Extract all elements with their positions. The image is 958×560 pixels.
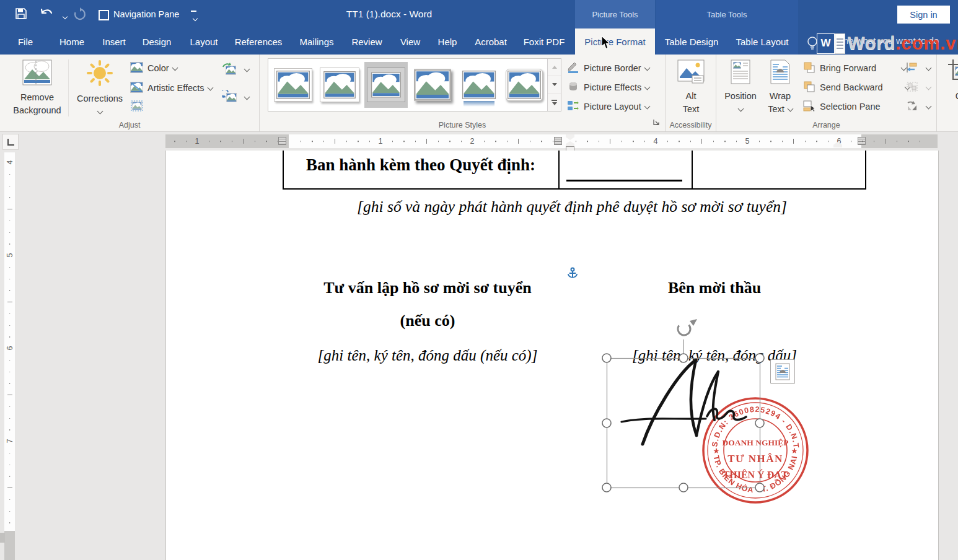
table-column-marker[interactable] bbox=[278, 137, 286, 145]
resize-handle-ne[interactable] bbox=[755, 354, 764, 362]
object-anchor-icon[interactable] bbox=[566, 267, 579, 283]
corrections-label: Corrections bbox=[77, 94, 123, 103]
bring-forward-button[interactable]: Bring Forward bbox=[803, 61, 906, 76]
resize-handle-nw[interactable] bbox=[602, 354, 611, 362]
artistic-effects-button[interactable]: Artistic Effects bbox=[130, 81, 213, 95]
picture-style-3-selected[interactable] bbox=[364, 62, 408, 108]
ruler-number: 2 bbox=[470, 137, 475, 146]
tab-acrobat[interactable]: Acrobat bbox=[475, 28, 507, 55]
table-column-marker[interactable] bbox=[554, 137, 562, 145]
gallery-scroll-up-icon[interactable] bbox=[548, 59, 561, 76]
rotate-handle[interactable] bbox=[675, 319, 697, 338]
undo-dropdown-icon[interactable] bbox=[59, 11, 67, 22]
picture-style-2[interactable] bbox=[318, 62, 361, 108]
gallery-scroll-down-icon[interactable] bbox=[548, 76, 561, 94]
tab-mailings[interactable]: Mailings bbox=[299, 28, 333, 55]
group-picture-styles: Picture Border Picture Effects Picture L… bbox=[260, 55, 666, 131]
ribbon: Remove Background Corrections Color Arti… bbox=[0, 55, 958, 132]
tab-picture-format[interactable]: Picture Format bbox=[575, 28, 655, 55]
group-objects-button[interactable] bbox=[906, 80, 931, 95]
save-icon[interactable] bbox=[15, 7, 27, 22]
selection-pane-button[interactable]: Selection Pane bbox=[803, 99, 881, 114]
vertical-ruler[interactable]: 4 5 6 7 bbox=[4, 152, 15, 560]
document-title: TT1 (1).docx - Word bbox=[346, 9, 432, 20]
reset-picture-button[interactable] bbox=[222, 90, 249, 105]
picture-layout-button[interactable]: Picture Layout bbox=[567, 99, 649, 114]
color-button[interactable]: Color bbox=[130, 61, 177, 76]
vertical-margin-handle[interactable] bbox=[0, 533, 5, 543]
table-heading-text[interactable]: Ban hành kèm theo Quyết định: bbox=[283, 155, 559, 175]
layout-options-button[interactable] bbox=[770, 359, 795, 384]
wrap-text-label-2: Text bbox=[768, 104, 784, 114]
position-button[interactable]: Position bbox=[721, 57, 760, 116]
wrap-text-button[interactable]: Wrap Text bbox=[761, 57, 799, 116]
gallery-more-icon[interactable] bbox=[548, 94, 561, 111]
sign-in-button[interactable]: Sign in bbox=[897, 6, 950, 24]
crop-icon bbox=[943, 59, 958, 88]
picture-effects-button[interactable]: Picture Effects bbox=[567, 80, 649, 95]
picture-styles-gallery bbox=[268, 58, 561, 112]
tab-foxit-pdf[interactable]: Foxit PDF bbox=[524, 28, 565, 55]
tab-insert[interactable]: Insert bbox=[102, 28, 126, 55]
tab-help[interactable]: Help bbox=[438, 28, 457, 55]
mouse-cursor bbox=[601, 36, 612, 50]
ruler-number: 1 bbox=[379, 137, 383, 146]
ruler-band: 1 1 2 4 5 6 bbox=[0, 132, 958, 151]
resize-handle-s[interactable] bbox=[679, 483, 688, 492]
tab-stop-selector[interactable] bbox=[2, 134, 19, 150]
ruler-number: 6 bbox=[6, 346, 14, 351]
blank-underline bbox=[566, 180, 682, 182]
crop-button-partial[interactable]: C bbox=[943, 57, 958, 103]
ruler-number: 4 bbox=[654, 137, 658, 146]
decision-caption-text[interactable]: [ghi số và ngày phát hành quyết định phê… bbox=[321, 198, 823, 216]
picture-style-5[interactable] bbox=[457, 62, 501, 108]
left-column-heading-2[interactable]: (nếu có) bbox=[304, 312, 552, 330]
tab-layout[interactable]: Layout bbox=[190, 28, 218, 55]
tab-review[interactable]: Review bbox=[351, 28, 382, 55]
color-label: Color bbox=[147, 63, 169, 73]
signature-ink[interactable] bbox=[622, 360, 746, 444]
resize-handle-sw[interactable] bbox=[602, 483, 611, 492]
send-backward-button[interactable]: Send Backward bbox=[803, 80, 910, 95]
remove-background-button[interactable]: Remove Background bbox=[10, 57, 64, 117]
transparency-button[interactable] bbox=[130, 99, 148, 114]
corrections-button[interactable]: Corrections bbox=[72, 57, 128, 118]
picture-style-4[interactable] bbox=[411, 62, 454, 108]
tab-references[interactable]: References bbox=[235, 28, 283, 55]
tab-table-design[interactable]: Table Design bbox=[665, 28, 719, 55]
quick-access-toolbar-more-icon[interactable] bbox=[190, 11, 197, 24]
table-border bbox=[692, 151, 693, 189]
picture-style-6[interactable] bbox=[503, 62, 546, 108]
resize-handle-e[interactable] bbox=[755, 419, 764, 427]
picture-border-button[interactable]: Picture Border bbox=[567, 61, 649, 76]
navigation-pane-checkbox[interactable] bbox=[99, 10, 109, 20]
left-column-caption[interactable]: [ghi tên, ký tên, đóng dấu (nếu có)] bbox=[304, 347, 552, 364]
alt-text-button[interactable]: Alt Text bbox=[666, 57, 716, 116]
horizontal-ruler[interactable]: 1 1 2 4 5 6 bbox=[165, 134, 938, 148]
ruler-left-margin bbox=[165, 134, 289, 148]
undo-icon[interactable] bbox=[40, 7, 55, 22]
tab-file[interactable]: File bbox=[18, 28, 33, 55]
transparency-icon bbox=[130, 100, 144, 114]
change-picture-button[interactable] bbox=[222, 62, 249, 77]
right-column-heading[interactable]: Bên mời thầu bbox=[591, 279, 838, 297]
tab-design[interactable]: Design bbox=[143, 28, 172, 55]
group-adjust: Remove Background Corrections Color Arti… bbox=[0, 55, 260, 131]
left-column-heading[interactable]: Tư vấn lập hồ sơ mời sơ tuyển bbox=[304, 279, 552, 297]
align-button[interactable] bbox=[906, 61, 931, 76]
document-page[interactable]: Ban hành kèm theo Quyết định: [ghi số và… bbox=[165, 151, 939, 560]
tab-table-layout[interactable]: Table Layout bbox=[736, 28, 788, 55]
first-line-indent-marker[interactable] bbox=[566, 134, 574, 140]
title-bar: Navigation Pane TT1 (1).docx - Word Pict… bbox=[0, 0, 958, 28]
resize-handle-se[interactable] bbox=[755, 483, 764, 492]
resize-handle-n[interactable] bbox=[679, 354, 688, 362]
ruler-right-margin bbox=[861, 134, 938, 148]
ruler-number: 5 bbox=[745, 137, 750, 146]
picture-style-1[interactable] bbox=[271, 62, 315, 108]
rotate-button[interactable] bbox=[906, 99, 931, 114]
hanging-indent-marker[interactable] bbox=[566, 141, 574, 146]
repeat-icon[interactable] bbox=[73, 7, 87, 24]
tab-home[interactable]: Home bbox=[59, 28, 84, 55]
tab-view[interactable]: View bbox=[400, 28, 420, 55]
resize-handle-w[interactable] bbox=[602, 419, 611, 427]
